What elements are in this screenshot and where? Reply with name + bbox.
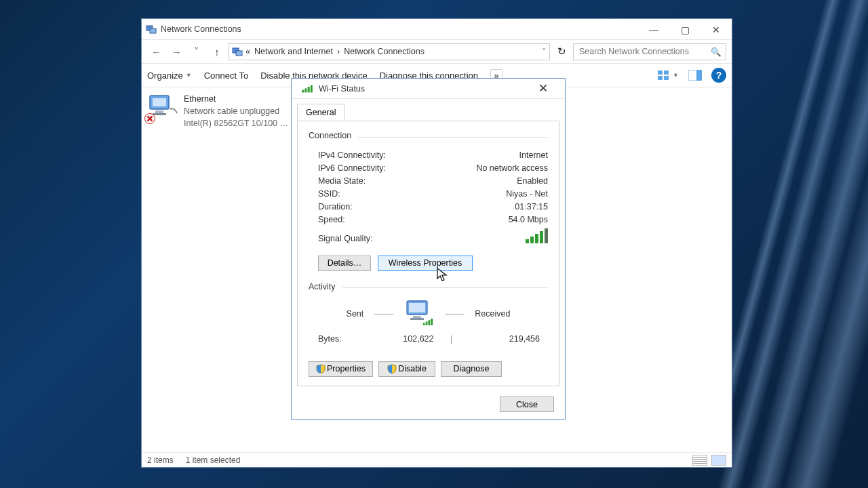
tiles-view-button[interactable]: [711, 455, 726, 466]
search-box[interactable]: 🔍: [573, 43, 726, 60]
refresh-button[interactable]: ↻: [553, 43, 570, 60]
ipv6-label: IPv6 Connectivity:: [309, 161, 433, 174]
forward-button: →: [167, 43, 185, 60]
status-selection: 1 item selected: [186, 455, 241, 465]
close-dialog-button[interactable]: ✕: [528, 79, 558, 98]
adapter-device: Intel(R) 82562GT 10/100 …: [184, 117, 288, 129]
received-label: Received: [475, 309, 510, 319]
media-state-value: Enabled: [433, 174, 548, 187]
details-view-button[interactable]: [692, 455, 707, 466]
speed-value: 54.0 Mbps: [433, 213, 548, 226]
connect-to-command[interactable]: Connect To: [204, 70, 249, 81]
search-icon[interactable]: 🔍: [711, 47, 722, 57]
up-button[interactable]: ↑: [208, 43, 226, 60]
location-icon: [232, 46, 243, 57]
media-state-label: Media State:: [309, 174, 433, 187]
bytes-received-value: 219,456: [461, 334, 549, 344]
disable-button[interactable]: Disable: [378, 361, 435, 377]
close-window-button[interactable]: ✕: [701, 20, 732, 39]
help-button[interactable]: ?: [711, 68, 726, 83]
speed-label: Speed:: [309, 213, 433, 226]
recent-locations-button[interactable]: ˅: [188, 43, 205, 60]
diagnose-button[interactable]: Diagnose: [441, 361, 502, 377]
bytes-sent-value: 102,622: [355, 334, 442, 344]
svg-rect-5: [664, 70, 669, 75]
organize-menu[interactable]: Organize ▼: [147, 70, 192, 81]
status-item-count: 2 items: [147, 455, 174, 465]
svg-rect-7: [664, 76, 669, 80]
view-options-button[interactable]: ▼: [658, 70, 679, 81]
breadcrumb-sep: ›: [336, 47, 341, 56]
back-button[interactable]: ←: [147, 43, 165, 60]
svg-rect-18: [410, 318, 424, 320]
signal-quality-label: Signal Quality:: [309, 226, 433, 247]
sent-label: Sent: [347, 309, 364, 319]
svg-rect-9: [696, 70, 702, 81]
tab-general[interactable]: General: [297, 104, 344, 121]
address-bar[interactable]: « Network and Internet › Network Connect…: [229, 43, 550, 60]
wifi-status-dialog: Wi-Fi Status ✕ General Connection IPv4 C…: [291, 78, 566, 420]
breadcrumb-part1[interactable]: Network and Internet: [253, 47, 334, 56]
dialog-title: Wi-Fi Status: [319, 84, 365, 94]
address-bar-row: ← → ˅ ↑ « Network and Internet › Network…: [142, 40, 732, 64]
desktop-light-rays: [719, 0, 868, 488]
activity-heading: Activity: [309, 282, 336, 291]
svg-rect-6: [658, 76, 663, 80]
shield-icon: [316, 364, 326, 373]
signal-quality-bars: [526, 228, 548, 243]
disconnected-icon: [144, 113, 155, 124]
adapter-name: Ethernet: [184, 93, 288, 105]
connection-heading: Connection: [309, 131, 351, 140]
wifi-icon: [302, 85, 313, 92]
ipv6-value: No network access: [433, 161, 548, 174]
activity-icon: [404, 300, 434, 329]
close-button[interactable]: Close: [500, 396, 554, 412]
ethernet-icon: [146, 93, 180, 120]
shield-icon: [387, 364, 397, 373]
svg-rect-16: [409, 303, 425, 312]
dialog-titlebar[interactable]: Wi-Fi Status ✕: [292, 79, 565, 99]
wireless-properties-button[interactable]: Wireless Properties: [378, 256, 473, 271]
adapter-status: Network cable unplugged: [184, 105, 288, 117]
ssid-value: Niyas - Net: [433, 187, 548, 200]
network-connections-icon: [146, 24, 157, 35]
ssid-label: SSID:: [309, 187, 433, 200]
connection-details-table: IPv4 Connectivity:Internet IPv6 Connecti…: [309, 148, 548, 247]
ethernet-adapter-item[interactable]: Ethernet Network cable unplugged Intel(R…: [146, 93, 288, 129]
breadcrumb-part2[interactable]: Network Connections: [342, 47, 426, 56]
breadcrumb-prefix: «: [244, 47, 252, 56]
ipv4-label: IPv4 Connectivity:: [309, 148, 433, 161]
duration-value: 01:37:15: [433, 200, 548, 213]
bytes-label: Bytes:: [309, 334, 355, 344]
svg-rect-11: [153, 98, 166, 106]
ipv4-value: Internet: [433, 148, 548, 161]
preview-pane-button[interactable]: [688, 70, 702, 81]
window-title: Network Connections: [161, 24, 241, 34]
search-input[interactable]: [578, 46, 707, 57]
maximize-button[interactable]: ▢: [669, 20, 701, 39]
svg-rect-3: [236, 51, 242, 56]
svg-rect-4: [658, 70, 663, 75]
properties-button[interactable]: Properties: [309, 361, 373, 377]
svg-rect-1: [150, 28, 156, 33]
minimize-button[interactable]: —: [638, 20, 669, 39]
window-titlebar[interactable]: Network Connections — ▢ ✕: [142, 19, 732, 40]
duration-label: Duration:: [309, 200, 433, 213]
svg-rect-17: [413, 316, 421, 318]
svg-rect-12: [155, 110, 163, 113]
tab-panel: Connection IPv4 Connectivity:Internet IP…: [297, 121, 559, 386]
details-button[interactable]: Details…: [318, 256, 371, 271]
status-bar: 2 items 1 item selected: [142, 452, 732, 467]
